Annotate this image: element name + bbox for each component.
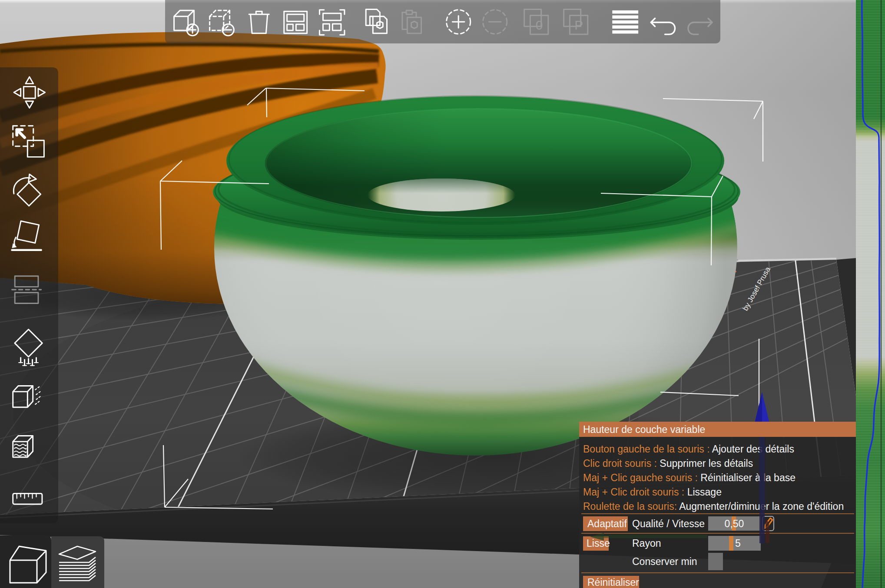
svg-text:P: P [574,18,583,32]
svg-text:0: 0 [536,18,543,32]
svg-text:Hauteur de couche variable: Hauteur de couche variable [583,424,705,435]
svg-text:5: 5 [735,538,741,549]
svg-text:Rayon: Rayon [632,538,661,549]
svg-text:Adaptatif: Adaptatif [587,518,627,529]
svg-text:0,50: 0,50 [725,518,744,529]
svg-text:Réinitialiser: Réinitialiser [587,577,639,588]
svg-text:Roulette de la souris: Augment: Roulette de la souris: Augmenter/diminue… [583,501,844,512]
svg-text:Qualité / Vitesse: Qualité / Vitesse [632,518,705,529]
svg-text:Conserver min: Conserver min [632,556,697,567]
svg-text:Clic droit souris : Supprimer: Clic droit souris : Supprimer les détail… [583,458,753,469]
svg-text:Lisse: Lisse [587,538,610,549]
svg-text:Maj + Clic droit souris : Liss: Maj + Clic droit souris : Lissage [583,486,722,498]
